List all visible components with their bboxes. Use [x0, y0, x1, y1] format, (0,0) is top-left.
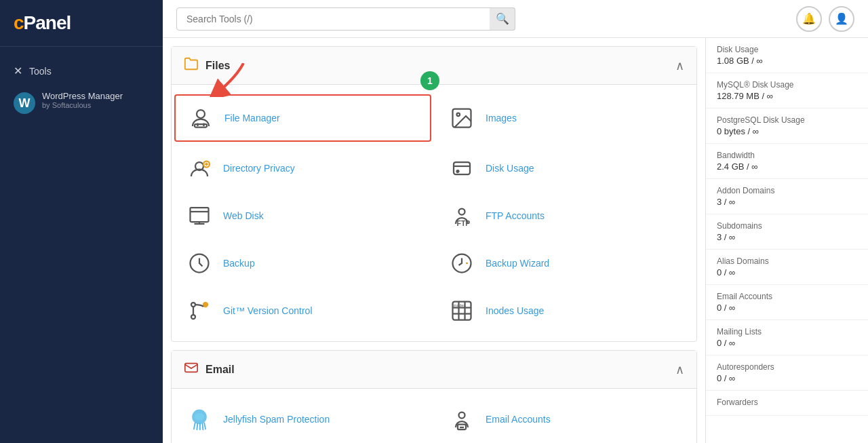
- stat-alias-label: Alias Domains: [717, 256, 857, 266]
- inodes-label: Inodes Usage: [486, 305, 544, 316]
- backup-wizard-label: Backup Wizard: [486, 258, 549, 269]
- web-disk-label: Web Disk: [223, 210, 264, 221]
- content-area: Files ∧ 1: [163, 38, 868, 443]
- svg-rect-4: [195, 124, 207, 128]
- stat-autoresponders: Autoresponders 0 / ∞: [706, 355, 868, 391]
- annotation-badge: 1: [420, 71, 439, 90]
- stat-disk-usage: Disk Usage 1.08 GB / ∞: [706, 38, 868, 73]
- backup-item[interactable]: Backup: [172, 239, 434, 287]
- wordpress-icon: W: [14, 92, 35, 114]
- search-button[interactable]: 🔍: [490, 7, 515, 31]
- stat-autoresponders-label: Autoresponders: [717, 362, 857, 372]
- sidebar-nav: ✕ Tools W WordPress Manager by Softaculo…: [0, 47, 163, 132]
- stat-email-accounts-value: 0 / ∞: [717, 303, 857, 313]
- inodes-usage-item[interactable]: inodes Inodes Usage: [434, 287, 696, 334]
- images-item[interactable]: Images: [434, 92, 696, 145]
- svg-text:inodes: inodes: [454, 303, 466, 307]
- sidebar-item-tools[interactable]: ✕ Tools: [0, 58, 163, 84]
- svg-line-39: [203, 423, 203, 429]
- email-title: Email: [205, 364, 235, 376]
- disk-usage-label: Disk Usage: [486, 163, 534, 174]
- email-section-header: Email ∧: [172, 351, 696, 389]
- disk-usage-item[interactable]: Disk Usage: [434, 145, 696, 192]
- backup-wizard-icon: [448, 249, 476, 277]
- stat-disk-usage-value: 1.08 GB / ∞: [717, 56, 857, 66]
- email-accounts-icon: [448, 405, 476, 434]
- git-version-control-item[interactable]: Git™ Version Control: [172, 287, 434, 334]
- notifications-button[interactable]: 🔔: [796, 6, 822, 32]
- stat-bandwidth: Bandwidth 2.4 GB / ∞: [706, 144, 868, 179]
- tools-icon: ✕: [14, 64, 22, 77]
- stat-subdomains-label: Subdomains: [717, 221, 857, 231]
- files-items-grid: 1: [172, 85, 696, 341]
- email-icon: [184, 360, 199, 379]
- svg-point-18: [459, 209, 465, 215]
- svg-rect-11: [454, 162, 470, 174]
- svg-text:FTP: FTP: [457, 219, 471, 227]
- sidebar-tools-label: Tools: [29, 66, 52, 77]
- email-items-grid: Jellyfish Spam Protection Emai: [172, 389, 696, 443]
- stat-email-accounts-label: Email Accounts: [717, 292, 857, 301]
- stat-forwarders-label: Forwarders: [717, 398, 857, 407]
- backup-wizard-item[interactable]: Backup Wizard: [434, 239, 696, 287]
- stat-mysql-value: 128.79 MB / ∞: [717, 91, 857, 101]
- svg-point-1: [197, 110, 205, 118]
- stat-addon-value: 3 / ∞: [717, 197, 857, 207]
- images-label: Images: [486, 113, 517, 123]
- web-disk-item[interactable]: Web Disk: [172, 192, 434, 239]
- backup-icon: [185, 249, 214, 277]
- ftp-accounts-icon: FTP: [448, 201, 476, 230]
- email-section-toggle[interactable]: ∧: [675, 362, 684, 377]
- wp-manager-subtitle: by Softaculous: [42, 101, 123, 109]
- search-bar: 🔍: [176, 7, 515, 31]
- git-label: Git™ Version Control: [223, 305, 313, 316]
- files-section-toggle[interactable]: ∧: [675, 58, 684, 73]
- svg-point-13: [457, 170, 459, 172]
- file-manager-icon: [186, 104, 215, 132]
- stat-bandwidth-value: 2.4 GB / ∞: [717, 161, 857, 172]
- header: 🔍 🔔 👤: [163, 0, 868, 38]
- stat-alias-domains: Alias Domains 0 / ∞: [706, 250, 868, 285]
- files-section-title: Files: [184, 56, 230, 75]
- directory-privacy-label: Directory Privacy: [223, 163, 295, 174]
- svg-line-40: [204, 423, 205, 429]
- svg-line-36: [194, 423, 195, 429]
- jellyfish-spam-item[interactable]: Jellyfish Spam Protection: [172, 396, 434, 443]
- jellyfish-label: Jellyfish Spam Protection: [223, 414, 330, 425]
- stat-forwarders: Forwarders: [706, 391, 868, 416]
- stat-bandwidth-label: Bandwidth: [717, 151, 857, 160]
- right-panel: Disk Usage 1.08 GB / ∞ MySQL® Disk Usage…: [705, 38, 868, 443]
- stat-mailing-value: 0 / ∞: [717, 338, 857, 348]
- user-icon: 👤: [835, 12, 848, 25]
- folder-icon: [184, 56, 199, 75]
- jellyfish-icon: [185, 405, 214, 434]
- search-input[interactable]: [176, 7, 515, 31]
- svg-line-37: [197, 423, 197, 429]
- files-section: Files ∧ 1: [171, 46, 697, 342]
- svg-point-6: [457, 113, 460, 117]
- main-area: 🔍 🔔 👤: [163, 0, 868, 443]
- ftp-accounts-item[interactable]: FTP FTP Accounts: [434, 192, 696, 239]
- directory-privacy-item[interactable]: Directory Privacy: [172, 145, 434, 192]
- disk-usage-icon: [448, 154, 476, 182]
- svg-point-41: [459, 412, 465, 419]
- file-manager-label: File Manager: [224, 113, 280, 123]
- email-accounts-label: Email Accounts: [486, 414, 551, 425]
- svg-point-25: [203, 303, 208, 307]
- wp-text: WordPress Manager by Softaculous: [42, 91, 123, 109]
- email-accounts-item[interactable]: Email Accounts: [434, 396, 696, 443]
- user-button[interactable]: 👤: [829, 6, 854, 32]
- email-section: Email ∧: [171, 350, 697, 443]
- svg-point-23: [191, 303, 195, 307]
- stat-disk-usage-label: Disk Usage: [717, 45, 857, 54]
- stat-postgres-label: PostgreSQL Disk Usage: [717, 115, 857, 125]
- sidebar-item-wordpress[interactable]: W WordPress Manager by Softaculous: [0, 84, 163, 121]
- header-icons: 🔔 👤: [796, 6, 854, 32]
- file-manager-item[interactable]: 1: [174, 94, 431, 142]
- stat-subdomains-value: 3 / ∞: [717, 232, 857, 242]
- stat-addon-domains: Addon Domains 3 / ∞: [706, 179, 868, 214]
- web-disk-icon: [185, 201, 214, 230]
- images-icon: [448, 104, 476, 132]
- git-icon: [185, 296, 214, 325]
- backup-label: Backup: [223, 258, 255, 269]
